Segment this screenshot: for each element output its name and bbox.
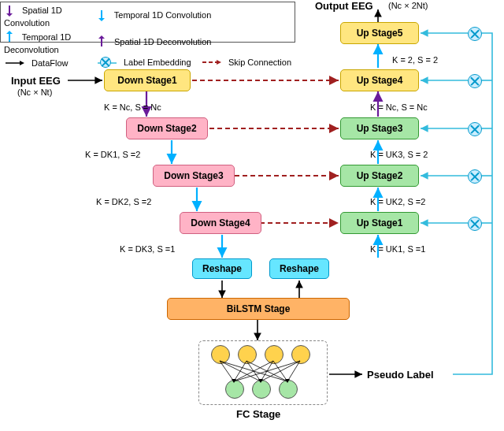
diagram-canvas: Spatial 1D Convolution Temporal 1D Convo… <box>0 0 504 431</box>
fc-in-node <box>238 345 257 364</box>
up-stage3: Up Stage3 <box>340 117 419 139</box>
legend-dataflow: DataFlow <box>32 58 68 68</box>
up-stage5: Up Stage5 <box>340 22 419 44</box>
label-embed-icon <box>96 58 117 69</box>
legend-spatial-deconv: Spatial 1D Deconvolution <box>114 37 212 46</box>
up-k4: K = Nc, S = Nc <box>370 102 428 112</box>
input-eeg-dim: (Nc × Nt) <box>17 87 52 97</box>
fc-in-node <box>265 345 284 364</box>
spatial-conv-icon <box>4 4 15 18</box>
svg-marker-3 <box>98 18 105 21</box>
svg-marker-5 <box>6 31 13 34</box>
down-k2: K = DK1, S =2 <box>85 150 140 159</box>
down-stage2: Down Stage2 <box>126 117 208 139</box>
temporal-deconv-icon <box>4 31 15 45</box>
up-stage2: Up Stage2 <box>340 165 419 187</box>
svg-marker-1 <box>6 13 13 17</box>
reshape-left: Reshape <box>192 258 252 279</box>
skip-icon <box>201 58 221 68</box>
up-stage4: Up Stage4 <box>340 69 419 91</box>
legend-label-embed: Label Embedding <box>124 58 191 67</box>
input-eeg-label: Input EEG <box>11 75 61 87</box>
output-eeg-label: Output EEG <box>315 0 373 12</box>
svg-marker-12 <box>217 60 221 65</box>
label-embed-node-3 <box>468 122 482 136</box>
label-embed-node-1 <box>468 217 482 231</box>
svg-marker-7 <box>98 35 105 39</box>
temporal-conv-icon <box>96 9 107 23</box>
up-k1: K = UK1, S =1 <box>370 244 425 254</box>
fc-in-node <box>291 345 310 364</box>
bilstm-stage: BiLSTM Stage <box>167 298 350 320</box>
down-k3: K = DK2, S =2 <box>96 197 151 206</box>
down-k1: K = Nc, S = Nc <box>104 102 161 112</box>
up-stage1: Up Stage1 <box>340 212 419 234</box>
fc-out-node <box>225 380 244 399</box>
fc-out-node <box>279 380 298 399</box>
up-k3: K = UK3, S = 2 <box>370 150 428 159</box>
reshape-right: Reshape <box>269 258 329 279</box>
down-stage4: Down Stage4 <box>180 212 261 234</box>
dataflow-icon <box>4 59 24 69</box>
up-k5: K = 2, S = 2 <box>392 55 438 65</box>
legend-temporal-conv: Temporal 1D Convolution <box>114 10 212 20</box>
svg-marker-9 <box>20 61 24 65</box>
up-k2: K = UK2, S =2 <box>370 197 425 206</box>
down-stage3: Down Stage3 <box>153 165 235 187</box>
spatial-deconv-icon <box>96 35 107 50</box>
label-embed-node-2 <box>468 169 482 184</box>
output-eeg-dim: (Nc × 2Nt) <box>388 1 428 10</box>
down-k4: K = DK3, S =1 <box>120 244 175 254</box>
down-stage1: Down Stage1 <box>104 69 191 91</box>
fc-out-node <box>252 380 271 399</box>
legend-skip: Skip Connection <box>228 58 291 67</box>
label-embed-node-5 <box>468 27 482 41</box>
legend-box: Spatial 1D Convolution Temporal 1D Convo… <box>0 2 295 43</box>
pseudo-label: Pseudo Label <box>367 369 434 381</box>
fc-stage-label: FC Stage <box>236 408 280 420</box>
label-embed-node-4 <box>468 74 482 88</box>
fc-in-node <box>211 345 230 364</box>
